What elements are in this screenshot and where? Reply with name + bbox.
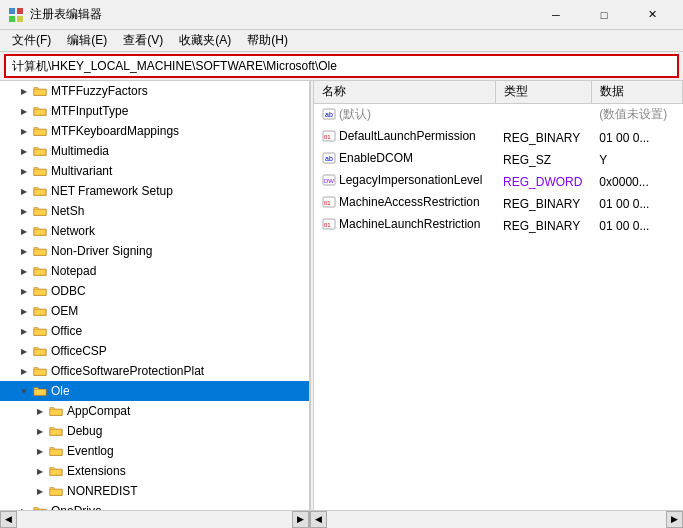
expand-arrow[interactable]: ▶ [16, 281, 32, 301]
scroll-right-button-right[interactable]: ▶ [666, 511, 683, 528]
folder-icon [32, 223, 48, 239]
col-name[interactable]: 名称 [314, 81, 495, 103]
reg-name-text: DefaultLaunchPermission [339, 129, 476, 143]
reg-data: 0x0000... [591, 171, 682, 193]
reg-type: REG_DWORD [495, 171, 591, 193]
tree-item-office[interactable]: ▶ Office [0, 321, 309, 341]
tree-item-multimedia[interactable]: ▶ Multimedia [0, 141, 309, 161]
tree-item-onedrive[interactable]: ▶ OneDrive [0, 501, 309, 510]
minimize-button[interactable]: ─ [533, 0, 579, 30]
table-row[interactable]: 01 MachineAccessRestrictionREG_BINARY01 … [314, 193, 683, 215]
expand-arrow[interactable]: ▶ [16, 261, 32, 281]
tree-item-appcompat[interactable]: ▶ AppCompat [0, 401, 309, 421]
reg-type-icon: 01 [322, 129, 336, 143]
tree-item-label: Debug [67, 424, 102, 438]
menu-item-帮助(H)[interactable]: 帮助(H) [239, 30, 296, 51]
tree-item-netsh[interactable]: ▶ NetSh [0, 201, 309, 221]
tree-item-officecsp[interactable]: ▶ OfficeCSP [0, 341, 309, 361]
scroll-right-button[interactable]: ▶ [292, 511, 309, 528]
table-row[interactable]: DW LegacyImpersonationLevelREG_DWORD0x00… [314, 171, 683, 193]
reg-name-text: EnableDCOM [339, 151, 413, 165]
tree-scroll[interactable]: ▶ MTFFuzzyFactors▶ MTFInputType▶ MTFKeyb… [0, 81, 309, 510]
reg-name-text: LegacyImpersonationLevel [339, 173, 482, 187]
expand-arrow[interactable]: ▶ [16, 81, 32, 101]
folder-icon [32, 303, 48, 319]
registry-table: 名称 类型 数据 ab (默认)(数值未设置) 01 DefaultLaunch… [314, 81, 683, 237]
expand-arrow[interactable]: ▶ [16, 221, 32, 241]
expand-arrow[interactable]: ▶ [16, 141, 32, 161]
folder-icon [32, 363, 48, 379]
tree-item-label: MTFKeyboardMappings [51, 124, 179, 138]
reg-data: (数值未设置) [591, 103, 682, 127]
svg-text:01: 01 [324, 222, 331, 228]
expand-arrow[interactable]: ▶ [32, 461, 48, 481]
expand-arrow[interactable]: ▶ [16, 161, 32, 181]
reg-name-text: (默认) [339, 106, 371, 123]
tree-item-eventlog[interactable]: ▶ Eventlog [0, 441, 309, 461]
expand-arrow[interactable]: ▶ [16, 181, 32, 201]
expand-arrow[interactable]: ▶ [32, 481, 48, 501]
menu-item-查看(V)[interactable]: 查看(V) [115, 30, 171, 51]
expand-arrow[interactable]: ▶ [16, 361, 32, 381]
scroll-track-right[interactable] [327, 511, 666, 528]
app-title: 注册表编辑器 [30, 6, 533, 23]
expand-arrow[interactable]: ▶ [16, 121, 32, 141]
scroll-left-button[interactable]: ◀ [0, 511, 17, 528]
table-row[interactable]: 01 MachineLaunchRestrictionREG_BINARY01 … [314, 215, 683, 237]
table-row[interactable]: ab EnableDCOMREG_SZY [314, 149, 683, 171]
tree-item-ole[interactable]: ▼ Ole [0, 381, 309, 401]
tree-item-notepad[interactable]: ▶ Notepad [0, 261, 309, 281]
expand-arrow[interactable]: ▶ [16, 201, 32, 221]
tree-item-mtfkeyboardmappings[interactable]: ▶ MTFKeyboardMappings [0, 121, 309, 141]
tree-item-network[interactable]: ▶ Network [0, 221, 309, 241]
reg-type: REG_BINARY [495, 127, 591, 149]
expand-arrow[interactable]: ▶ [16, 501, 32, 510]
tree-item-mtfinputtype[interactable]: ▶ MTFInputType [0, 101, 309, 121]
menu-item-编辑(E)[interactable]: 编辑(E) [59, 30, 115, 51]
tree-item-odbc[interactable]: ▶ ODBC [0, 281, 309, 301]
reg-data: 01 00 0... [591, 193, 682, 215]
reg-type-icon: ab [322, 107, 336, 121]
tree-item-nonredist[interactable]: ▶ NONREDIST [0, 481, 309, 501]
table-row[interactable]: ab (默认)(数值未设置) [314, 103, 683, 127]
tree-item-label: Eventlog [67, 444, 114, 458]
folder-icon [32, 323, 48, 339]
tree-item-net-framework-setup[interactable]: ▶ NET Framework Setup [0, 181, 309, 201]
expand-arrow[interactable]: ▶ [32, 441, 48, 461]
col-type[interactable]: 类型 [495, 81, 591, 103]
menu-item-文件(F)[interactable]: 文件(F) [4, 30, 59, 51]
folder-icon [32, 263, 48, 279]
svg-rect-1 [17, 8, 23, 14]
expand-arrow[interactable]: ▶ [16, 101, 32, 121]
close-button[interactable]: ✕ [629, 0, 675, 30]
expand-arrow[interactable]: ▼ [16, 381, 32, 401]
maximize-button[interactable]: □ [581, 0, 627, 30]
expand-arrow[interactable]: ▶ [32, 421, 48, 441]
reg-name: 01 MachineAccessRestriction [314, 193, 495, 215]
tree-item-debug[interactable]: ▶ Debug [0, 421, 309, 441]
tree-item-extensions[interactable]: ▶ Extensions [0, 461, 309, 481]
scroll-left-button-right[interactable]: ◀ [310, 511, 327, 528]
tree-item-officesoftwareprotectionplat[interactable]: ▶ OfficeSoftwareProtectionPlat [0, 361, 309, 381]
svg-text:DW: DW [324, 178, 334, 184]
reg-data: 01 00 0... [591, 127, 682, 149]
table-row[interactable]: 01 DefaultLaunchPermissionREG_BINARY01 0… [314, 127, 683, 149]
tree-item-label: Network [51, 224, 95, 238]
expand-arrow[interactable]: ▶ [16, 341, 32, 361]
tree-item-oem[interactable]: ▶ OEM [0, 301, 309, 321]
scroll-track-left[interactable] [17, 511, 292, 528]
menu-item-收藏夹(A)[interactable]: 收藏夹(A) [171, 30, 239, 51]
expand-arrow[interactable]: ▶ [16, 301, 32, 321]
folder-icon [48, 443, 64, 459]
tree-item-mtffuzzyfactors[interactable]: ▶ MTFFuzzyFactors [0, 81, 309, 101]
expand-arrow[interactable]: ▶ [32, 401, 48, 421]
expand-arrow[interactable]: ▶ [16, 241, 32, 261]
svg-text:01: 01 [324, 134, 331, 140]
right-panel: 名称 类型 数据 ab (默认)(数值未设置) 01 DefaultLaunch… [314, 81, 683, 510]
expand-arrow[interactable]: ▶ [16, 321, 32, 341]
tree-item-non-driver-signing[interactable]: ▶ Non-Driver Signing [0, 241, 309, 261]
tree-item-label: AppCompat [67, 404, 130, 418]
col-data[interactable]: 数据 [591, 81, 682, 103]
tree-item-multivariant[interactable]: ▶ Multivariant [0, 161, 309, 181]
tree-item-label: NET Framework Setup [51, 184, 173, 198]
